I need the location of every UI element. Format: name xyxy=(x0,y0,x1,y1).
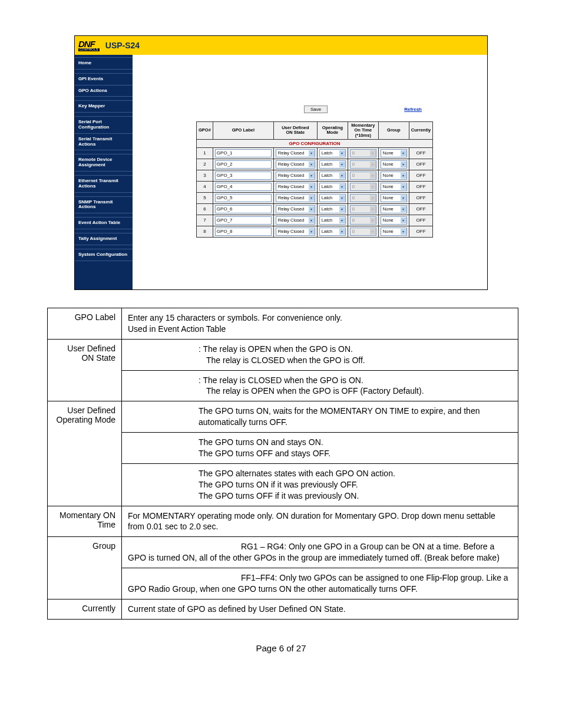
dropdown[interactable]: None▾ xyxy=(381,194,407,202)
dropdown[interactable]: Relay Closed▾ xyxy=(276,216,315,225)
chevron-down-icon: ▾ xyxy=(309,218,315,223)
desc-label-momentary: Momentary ON Time xyxy=(48,506,122,537)
sidebar-item[interactable]: Tally Assignment xyxy=(75,233,133,245)
gpo-mode-cell: Latch▾ xyxy=(317,215,348,226)
dropdown[interactable]: None▾ xyxy=(381,183,407,191)
dropdown[interactable]: Relay Closed▾ xyxy=(276,194,315,202)
gpo-label-input[interactable] xyxy=(215,172,272,180)
gpo-currently: OFF xyxy=(409,181,432,192)
sidebar-item[interactable]: Ethernet Transmit Actions xyxy=(75,175,133,193)
gpo-table-body: 1Relay Closed▾Latch▾0▾None▾OFF2Relay Clo… xyxy=(197,147,433,237)
page-number: Page 6 of 27 xyxy=(47,643,515,653)
chevron-down-icon: ▾ xyxy=(339,173,345,179)
gpo-time-cell: 0▾ xyxy=(348,215,378,226)
gpo-time-cell: 0▾ xyxy=(348,181,378,192)
gpo-mode-cell: Latch▾ xyxy=(317,226,348,237)
sidebar-item[interactable]: Event Action Table xyxy=(75,217,133,229)
gpo-num: 8 xyxy=(197,226,213,237)
logo: DNF CONTROLS xyxy=(78,39,100,51)
desc-body-opmode-2: The GPO turns ON and stays ON. The GPO t… xyxy=(122,433,518,464)
chevron-down-icon: ▾ xyxy=(309,229,315,235)
dropdown[interactable]: Latch▾ xyxy=(319,216,346,225)
chevron-down-icon: ▾ xyxy=(401,150,406,156)
gpo-label-cell xyxy=(213,181,273,192)
app-window: DNF CONTROLS USP-S24 HomeGPI EventsGPO A… xyxy=(74,35,488,290)
dropdown[interactable]: Relay Closed▾ xyxy=(276,228,315,236)
desc-label-currently: Currently xyxy=(48,599,122,619)
dropdown[interactable]: Relay Closed▾ xyxy=(276,205,315,213)
chevron-down-icon: ▾ xyxy=(401,173,406,179)
chevron-down-icon: ▾ xyxy=(401,229,406,235)
dropdown[interactable]: Latch▾ xyxy=(319,160,346,169)
gpo-group-cell: None▾ xyxy=(378,159,409,170)
dropdown[interactable]: Latch▾ xyxy=(319,205,346,213)
table-row: 4Relay Closed▾Latch▾0▾None▾OFF xyxy=(197,181,433,192)
logo-sub: CONTROLS xyxy=(78,48,100,51)
gpo-col-header: User DefinedON State xyxy=(273,122,317,140)
sidebar-item[interactable]: Key Mapper xyxy=(75,100,133,113)
sidebar-item[interactable]: GPO Actions xyxy=(75,85,133,97)
dropdown[interactable]: None▾ xyxy=(381,172,407,180)
sidebar-item[interactable]: Serial Port Configuration xyxy=(75,116,133,133)
refresh-link[interactable]: Refresh xyxy=(404,107,422,112)
dropdown[interactable]: Latch▾ xyxy=(319,183,346,191)
gpo-label-input[interactable] xyxy=(215,183,272,191)
gpo-time-cell: 0▾ xyxy=(348,147,378,159)
chevron-down-icon: ▾ xyxy=(339,162,345,167)
gpo-label-input[interactable] xyxy=(215,160,272,169)
gpo-time-cell: 0▾ xyxy=(348,226,378,237)
desc-body-momentary: For MOMENTARY operating mode only. ON du… xyxy=(122,506,518,537)
sidebar-item[interactable]: SNMP Transmit Actions xyxy=(75,196,133,214)
sidebar: HomeGPI EventsGPO ActionsKey MapperSeria… xyxy=(75,55,133,265)
gpo-mode-cell: Latch▾ xyxy=(317,159,348,170)
dropdown[interactable]: Latch▾ xyxy=(319,172,346,180)
dropdown[interactable]: Latch▾ xyxy=(319,228,346,236)
gpo-time-cell: 0▾ xyxy=(348,192,378,203)
sidebar-item[interactable]: Serial Transmit Actions xyxy=(75,133,133,151)
dropdown[interactable]: Latch▾ xyxy=(319,194,346,202)
gpo-num: 7 xyxy=(197,215,213,226)
gpo-group-cell: None▾ xyxy=(378,170,409,181)
gpo-num: 5 xyxy=(197,192,213,203)
desc-body-gpo: Enter any 15 characters or symbols. For … xyxy=(122,308,518,340)
gpo-num: 4 xyxy=(197,181,213,192)
gpo-label-input[interactable] xyxy=(215,205,272,213)
dropdown[interactable]: Relay Closed▾ xyxy=(276,183,315,191)
sidebar-item[interactable]: Home xyxy=(75,57,133,70)
gpo-label-cell xyxy=(213,203,273,215)
sidebar-item[interactable]: GPI Events xyxy=(75,73,133,85)
dropdown: 0▾ xyxy=(350,183,376,191)
table-row: 6Relay Closed▾Latch▾0▾None▾OFF xyxy=(197,203,433,215)
gpo-currently: OFF xyxy=(409,203,432,215)
sidebar-item[interactable]: System Configuration xyxy=(75,249,133,261)
gpo-label-input[interactable] xyxy=(215,216,272,225)
dropdown[interactable]: Relay Closed▾ xyxy=(276,149,315,157)
dropdown[interactable]: Relay Closed▾ xyxy=(276,160,315,169)
gpo-label-input[interactable] xyxy=(215,228,272,236)
gpo-currently: OFF xyxy=(409,226,432,237)
dropdown[interactable]: None▾ xyxy=(381,216,407,225)
gpo-state-cell: Relay Closed▾ xyxy=(273,159,317,170)
chevron-down-icon: ▾ xyxy=(401,218,406,223)
save-button[interactable]: Save xyxy=(304,106,328,113)
gpo-label-cell xyxy=(213,170,273,181)
dropdown[interactable]: None▾ xyxy=(381,205,407,213)
dropdown[interactable]: None▾ xyxy=(381,160,407,169)
dropdown[interactable]: None▾ xyxy=(381,228,407,236)
chevron-down-icon: ▾ xyxy=(370,162,376,167)
gpo-label-cell xyxy=(213,192,273,203)
chevron-down-icon: ▾ xyxy=(309,206,315,212)
chevron-down-icon: ▾ xyxy=(370,218,376,223)
chevron-down-icon: ▾ xyxy=(339,229,345,235)
gpo-col-header: MomentaryOn Time(*10ms) xyxy=(348,122,378,140)
gpo-col-header: OperatingMode xyxy=(317,122,348,140)
dropdown[interactable]: None▾ xyxy=(381,149,407,157)
chevron-down-icon: ▾ xyxy=(401,184,406,190)
gpo-currently: OFF xyxy=(409,215,432,226)
dropdown[interactable]: Relay Closed▾ xyxy=(276,172,315,180)
gpo-currently: OFF xyxy=(409,159,432,170)
sidebar-item[interactable]: Remote Device Assignment xyxy=(75,154,133,172)
gpo-label-input[interactable] xyxy=(215,149,272,157)
dropdown[interactable]: Latch▾ xyxy=(319,149,346,157)
gpo-label-input[interactable] xyxy=(215,194,272,202)
